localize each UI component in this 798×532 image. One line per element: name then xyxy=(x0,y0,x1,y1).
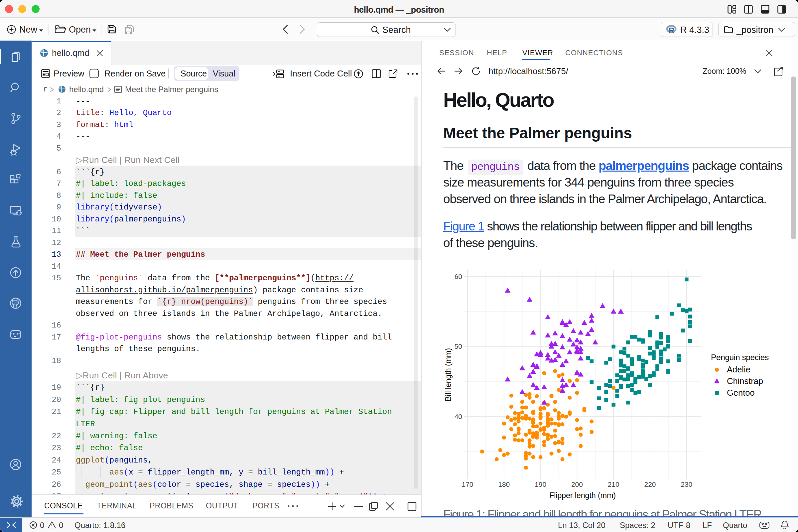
svg-text:50: 50 xyxy=(455,342,462,350)
svg-text:180: 180 xyxy=(498,480,510,488)
svg-text:Bill length (mm): Bill length (mm) xyxy=(444,348,453,401)
svg-text:170: 170 xyxy=(461,480,473,488)
svg-text:230: 230 xyxy=(681,480,692,488)
svg-text:Gentoo: Gentoo xyxy=(727,388,755,397)
svg-text:200: 200 xyxy=(571,480,583,488)
svg-text:R: R xyxy=(669,26,674,34)
svg-text:40: 40 xyxy=(455,413,462,420)
svg-text:210: 210 xyxy=(608,480,620,488)
svg-text:Penguin species: Penguin species xyxy=(711,353,769,362)
svg-text:190: 190 xyxy=(535,480,546,488)
svg-text:Adelie: Adelie xyxy=(727,365,750,374)
svg-text:60: 60 xyxy=(455,273,462,280)
svg-text:220: 220 xyxy=(644,480,656,488)
svg-text:Flipper length (mm): Flipper length (mm) xyxy=(549,491,616,500)
svg-text:Chinstrap: Chinstrap xyxy=(727,376,763,386)
